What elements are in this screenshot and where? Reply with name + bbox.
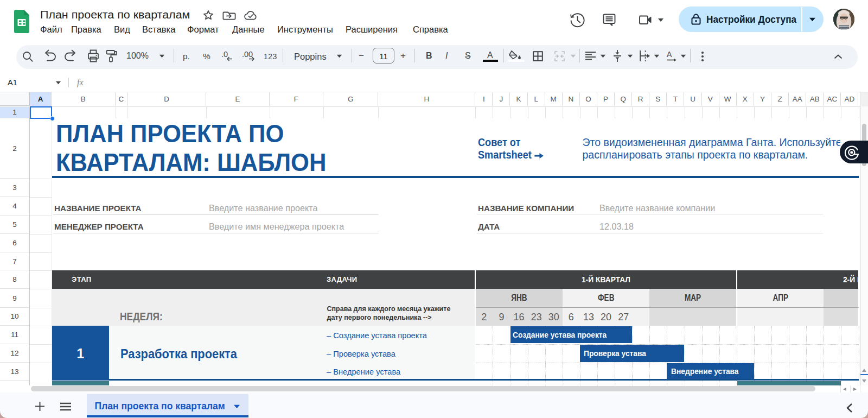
svg-text:A: A (667, 50, 672, 59)
